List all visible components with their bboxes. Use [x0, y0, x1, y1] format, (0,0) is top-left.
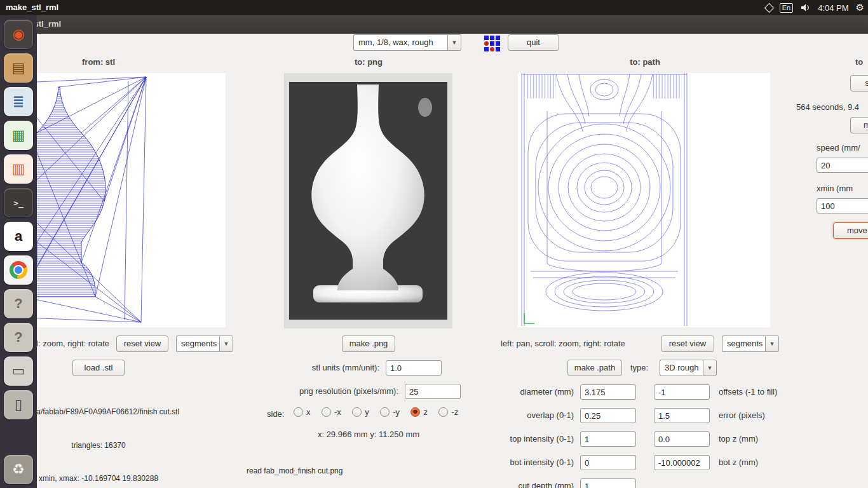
unknown-app-icon[interactable]: ? — [4, 323, 33, 352]
path-wireframe — [518, 73, 770, 327]
side-option-neg-y[interactable]: -y — [380, 407, 400, 417]
cut-depth-label: cut depth (mm) — [445, 478, 574, 488]
overlap-input[interactable] — [580, 408, 636, 423]
speed-label: speed (mm/ — [817, 143, 860, 152]
chevron-down-icon[interactable]: ▼ — [219, 336, 233, 352]
keyboard-layout-indicator[interactable]: En — [780, 3, 793, 13]
path-mouse-hint: left: pan, scroll: zoom, right: rotate — [501, 339, 654, 348]
terminal-icon[interactable]: >_ — [4, 188, 33, 217]
chevron-down-icon[interactable]: ▼ — [703, 360, 717, 376]
radio-selected-icon — [410, 407, 420, 417]
radio-icon — [380, 407, 390, 417]
bot-intensity-label: bot intensity (0-1) — [445, 455, 574, 470]
error-label: error (pixels) — [719, 408, 765, 423]
stl-triangles: triangles: 16370 — [0, 440, 289, 452]
quit-button[interactable]: quit — [508, 34, 559, 51]
path-viewport[interactable] — [518, 73, 770, 327]
xmin-label: xmin (mm — [817, 184, 853, 193]
png-file-info: read fab_mod_finish cut.png bit depth: 1… — [247, 444, 378, 488]
offsets-label: offsets (-1 to fill) — [719, 384, 777, 400]
png-read-line: read fab_mod_finish cut.png — [247, 466, 378, 477]
text-editor-icon[interactable]: ≣ — [4, 87, 33, 116]
window-titlebar[interactable]: make_stl_rml — [0, 15, 868, 34]
path-segments-value[interactable]: segments — [722, 336, 765, 352]
diameter-label: diameter (mm) — [445, 384, 574, 400]
to-path-header: to: path — [581, 57, 709, 67]
unknown-app-icon[interactable]: ? — [4, 289, 33, 318]
side-radio-group: side: x -x y -y z -z — [267, 407, 466, 419]
move-to-button[interactable]: move to — [833, 222, 868, 239]
cut-depth-input[interactable] — [580, 478, 636, 488]
make-path-button[interactable]: make .path — [567, 360, 622, 376]
usb-drive-icon[interactable]: ▯ — [4, 390, 33, 419]
path-segments-combobox[interactable]: segments ▼ — [722, 336, 779, 352]
make-png-button[interactable]: make .png — [342, 336, 395, 352]
top-z-input[interactable] — [654, 431, 710, 447]
top-intensity-input[interactable] — [580, 431, 636, 447]
chrome-icon[interactable] — [4, 255, 33, 285]
chevron-down-icon[interactable]: ▼ — [447, 34, 461, 51]
side-option-y[interactable]: y — [352, 407, 369, 417]
axis-indicator-icon — [524, 313, 534, 323]
side-option-neg-x[interactable]: -x — [322, 407, 341, 417]
make-stl-rml-window: mm, 1/8, wax, rough ▼ quit from: stl to:… — [0, 33, 868, 488]
radio-icon — [352, 407, 362, 417]
libreoffice-impress-icon[interactable]: ▥ — [4, 154, 33, 184]
path-type-value[interactable]: 3D rough — [660, 360, 703, 376]
clock[interactable]: 4:04 PM — [818, 3, 848, 13]
from-stl-header: from: stl — [35, 57, 162, 67]
rml-status: 564 seconds, 9.4 — [796, 102, 859, 112]
load-stl-button[interactable]: load .stl — [72, 360, 125, 376]
preset-combobox[interactable]: mm, 1/8, wax, rough ▼ — [353, 34, 461, 51]
volume-icon[interactable] — [800, 3, 811, 13]
session-gear-icon[interactable]: ⚙ — [856, 0, 864, 15]
bot-z-label: bot z (mm) — [719, 455, 758, 470]
bot-intensity-input[interactable] — [580, 455, 636, 470]
make-rml-button[interactable]: ma — [850, 117, 868, 133]
overlap-label: overlap (0-1) — [445, 408, 574, 423]
unity-launcher: ◉ ▤ ≣ ▦ ▥ >_ a ? ? ▭ ▯ ♻ — [0, 15, 37, 488]
path-reset-view-button[interactable]: reset view — [661, 336, 714, 352]
stl-segments-combobox[interactable]: segments ▼ — [176, 336, 233, 352]
radio-icon — [322, 407, 331, 417]
preset-value[interactable]: mm, 1/8, wax, rough — [353, 34, 447, 51]
xmin-input[interactable] — [817, 198, 868, 214]
top-z-label: top z (mm) — [719, 431, 758, 447]
stl-file-info: /media/fablab/F89AF0A99AF06612/finish cu… — [0, 384, 289, 488]
offsets-input[interactable] — [654, 384, 710, 400]
path-type-label: type: — [630, 363, 648, 372]
png-resolution-label: png resolution (pixels/mm): — [210, 386, 398, 396]
disk-icon[interactable]: ▭ — [4, 356, 33, 386]
top-intensity-label: top intensity (0-1) — [445, 431, 574, 447]
top-panel: make_stl_rml En 4:04 PM ⚙ — [0, 0, 868, 15]
stl-units-label: stl units (mm/unit): — [191, 363, 379, 372]
stl-segments-value[interactable]: segments — [176, 336, 219, 352]
speed-input[interactable] — [817, 158, 868, 173]
png-viewport[interactable] — [284, 73, 452, 329]
send-button[interactable]: se — [850, 75, 868, 92]
png-dimensions: x: 29.966 mm y: 11.250 mm — [292, 430, 445, 439]
stl-file-path: /media/fablab/F89AF0A99AF06612/finish cu… — [0, 407, 289, 418]
files-icon[interactable]: ▤ — [4, 53, 33, 83]
dash-button[interactable]: ◉ — [4, 20, 33, 49]
diameter-input[interactable] — [580, 384, 636, 400]
radio-icon — [294, 407, 303, 417]
desktop: mm, 1/8, wax, rough ▼ quit from: stl to:… — [0, 0, 868, 488]
trash-icon[interactable]: ♻ — [4, 455, 33, 484]
chevron-down-icon[interactable]: ▼ — [765, 336, 779, 352]
to-rml-header: to — [855, 57, 868, 67]
panel-app-title: make_stl_rml — [6, 0, 58, 15]
path-type-combobox[interactable]: 3D rough ▼ — [660, 360, 717, 376]
stl-units-input[interactable] — [386, 360, 442, 376]
side-label: side: — [267, 409, 284, 419]
png-feature-dot — [418, 98, 432, 117]
side-option-z[interactable]: z — [410, 407, 428, 417]
indicator-icon[interactable] — [764, 3, 774, 13]
stl-reset-view-button[interactable]: reset view — [116, 336, 168, 352]
amazon-icon[interactable]: a — [4, 222, 33, 251]
libreoffice-calc-icon[interactable]: ▦ — [4, 121, 33, 150]
side-option-x[interactable]: x — [294, 407, 311, 417]
png-heightmap — [289, 82, 447, 320]
bot-z-input[interactable] — [654, 455, 710, 470]
error-input[interactable] — [654, 408, 710, 423]
